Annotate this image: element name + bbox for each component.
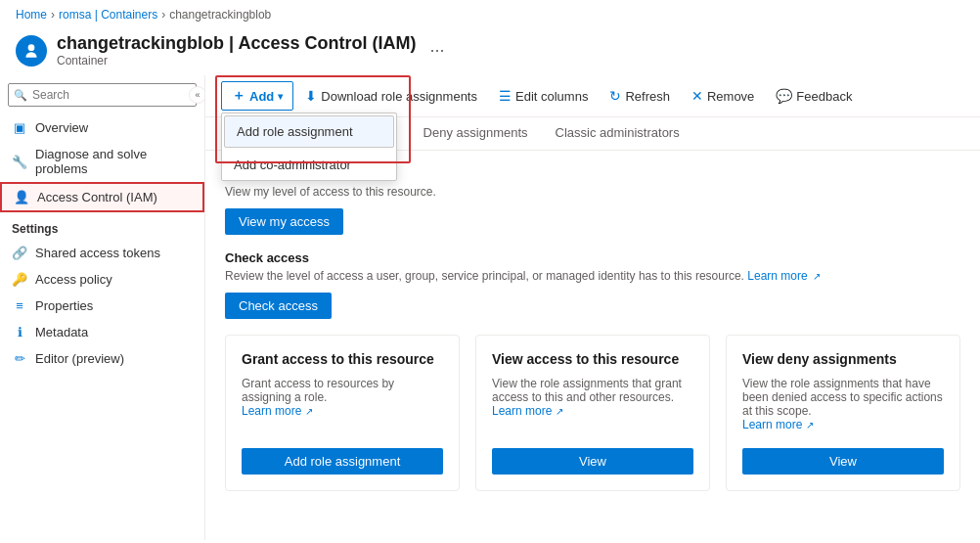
tab-classic-admins[interactable]: Classic administrators bbox=[542, 117, 693, 150]
sidebar-label-policy: Access policy bbox=[35, 272, 112, 287]
sidebar-item-properties[interactable]: ≡ Properties bbox=[0, 293, 204, 319]
sidebar-label-editor: Editor (preview) bbox=[35, 351, 124, 366]
view-deny-card-button[interactable]: View bbox=[742, 448, 944, 475]
ext-icon-3: ↗ bbox=[806, 420, 814, 430]
sidebar-label-shared: Shared access tokens bbox=[35, 246, 160, 260]
settings-section-label: Settings bbox=[0, 212, 204, 240]
check-access-title: Check access bbox=[225, 250, 960, 265]
download-icon: ⬇ bbox=[305, 88, 317, 104]
card-view-desc: View the role assignments that grant acc… bbox=[492, 377, 693, 438]
metadata-icon: ℹ bbox=[12, 325, 27, 339]
add-button[interactable]: ＋ Add ▾ bbox=[221, 81, 293, 111]
shared-tokens-icon: 🔗 bbox=[12, 246, 27, 260]
page-title: changetrackingblob | Access Control (IAM… bbox=[57, 33, 416, 54]
add-chevron-icon: ▾ bbox=[278, 91, 283, 102]
sidebar-item-access-policy[interactable]: 🔑 Access policy bbox=[0, 266, 204, 293]
page-header: changetrackingblob | Access Control (IAM… bbox=[0, 29, 980, 75]
dropdown-add-role[interactable]: Add role assignment bbox=[224, 115, 394, 148]
editor-icon: ✏ bbox=[12, 351, 27, 366]
remove-icon: ✕ bbox=[691, 88, 703, 104]
sidebar-label-diagnose: Diagnose and solve problems bbox=[35, 147, 193, 176]
refresh-button[interactable]: ↻ Refresh bbox=[600, 83, 680, 109]
page-icon bbox=[16, 35, 47, 67]
card-view-deny: View deny assignments View the role assi… bbox=[726, 335, 960, 491]
cards-row: Grant access to this resource Grant acce… bbox=[225, 335, 960, 491]
iam-content: My access View my level of access to thi… bbox=[205, 151, 980, 507]
sidebar-item-shared-tokens[interactable]: 🔗 Shared access tokens bbox=[0, 240, 204, 266]
dropdown-add-coadmin[interactable]: Add co-administrator bbox=[222, 150, 396, 180]
my-access-desc: View my level of access to this resource… bbox=[225, 185, 960, 199]
ext-link-icon bbox=[811, 269, 821, 283]
more-button[interactable]: ··· bbox=[429, 40, 444, 61]
download-button[interactable]: ⬇ Download role assignments bbox=[295, 83, 487, 109]
card-grant-access: Grant access to this resource Grant acce… bbox=[225, 335, 460, 491]
sidebar-label-metadata: Metadata bbox=[35, 325, 88, 339]
add-role-assignment-card-button[interactable]: Add role assignment bbox=[242, 448, 443, 475]
sidebar-item-iam[interactable]: 👤 Access Control (IAM) bbox=[0, 182, 204, 212]
sidebar-label-overview: Overview bbox=[35, 120, 88, 135]
ext-icon-2: ↗ bbox=[556, 406, 563, 417]
card-grant-desc: Grant access to resources by assigning a… bbox=[242, 377, 443, 438]
sidebar-item-metadata[interactable]: ℹ Metadata bbox=[0, 319, 204, 345]
breadcrumb-home[interactable]: Home bbox=[16, 8, 47, 22]
check-access-desc: Review the level of access a user, group… bbox=[225, 269, 960, 283]
breadcrumb: Home › romsa | Containers › changetracki… bbox=[0, 0, 980, 29]
feedback-button[interactable]: 💬 Feedback bbox=[766, 83, 862, 109]
view-my-access-button[interactable]: View my access bbox=[225, 208, 343, 235]
overview-icon: ▣ bbox=[12, 120, 27, 135]
card-deny-learn-more[interactable]: Learn more ↗ bbox=[742, 418, 814, 431]
collapse-button[interactable]: « bbox=[189, 86, 205, 104]
breadcrumb-current: changetrackingblob bbox=[169, 8, 271, 22]
search-icon: 🔍 bbox=[14, 89, 27, 102]
feedback-icon: 💬 bbox=[776, 88, 792, 104]
access-policy-icon: 🔑 bbox=[12, 272, 27, 287]
sidebar-item-overview[interactable]: ▣ Overview bbox=[0, 114, 204, 141]
edit-columns-icon: ☰ bbox=[499, 88, 512, 104]
card-grant-title: Grant access to this resource bbox=[242, 351, 443, 367]
remove-button[interactable]: ✕ Remove bbox=[682, 83, 764, 109]
search-input[interactable] bbox=[8, 83, 197, 107]
card-view-learn-more[interactable]: Learn more ↗ bbox=[492, 404, 563, 418]
sidebar-label-properties: Properties bbox=[35, 298, 93, 313]
add-dropdown-menu: Add role assignment Add co-administrator bbox=[221, 113, 397, 181]
view-access-card-button[interactable]: View bbox=[492, 448, 693, 475]
sidebar-item-editor[interactable]: ✏ Editor (preview) bbox=[0, 345, 204, 372]
sidebar-search-container: 🔍 « bbox=[8, 83, 197, 107]
refresh-icon: ↻ bbox=[609, 88, 621, 104]
sidebar-label-iam: Access Control (IAM) bbox=[37, 190, 157, 204]
breadcrumb-container[interactable]: romsa | Containers bbox=[59, 8, 157, 22]
sidebar: 🔍 « ▣ Overview 🔧 Diagnose and solve prob… bbox=[0, 75, 205, 540]
check-access-learn-more-link[interactable]: Learn more bbox=[747, 269, 821, 283]
properties-icon: ≡ bbox=[12, 298, 27, 313]
toolbar: ＋ Add ▾ ⬇ Download role assignments ☰ Ed… bbox=[205, 75, 980, 117]
edit-columns-button[interactable]: ☰ Edit columns bbox=[489, 83, 598, 109]
main-content: ＋ Add ▾ ⬇ Download role assignments ☰ Ed… bbox=[205, 75, 980, 540]
person-icon bbox=[22, 42, 40, 60]
sidebar-item-diagnose[interactable]: 🔧 Diagnose and solve problems bbox=[0, 141, 204, 182]
tab-deny-assignments[interactable]: Deny assignments bbox=[410, 117, 542, 150]
page-subtitle: Container bbox=[57, 54, 416, 68]
card-view-access: View access to this resource View the ro… bbox=[475, 335, 710, 491]
ext-icon-1: ↗ bbox=[305, 406, 313, 417]
card-deny-desc: View the role assignments that have been… bbox=[742, 377, 944, 438]
check-access-button[interactable]: Check access bbox=[225, 293, 332, 319]
card-deny-title: View deny assignments bbox=[742, 351, 944, 367]
add-icon: ＋ bbox=[232, 87, 245, 105]
card-view-title: View access to this resource bbox=[492, 351, 693, 367]
iam-icon: 👤 bbox=[14, 190, 29, 204]
card-grant-learn-more[interactable]: Learn more ↗ bbox=[242, 404, 313, 418]
diagnose-icon: 🔧 bbox=[12, 155, 27, 169]
